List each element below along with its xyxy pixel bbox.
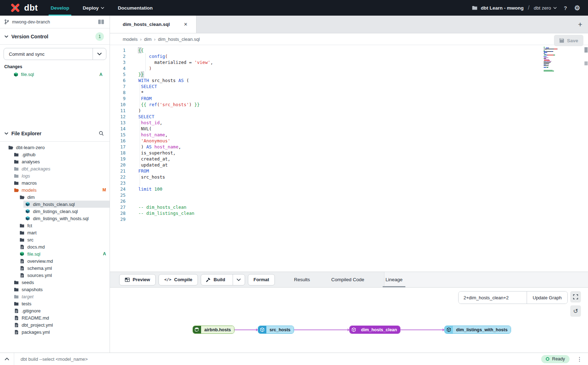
environment-selector[interactable]: dbt zero [534,5,557,11]
new-tab-button[interactable]: + [572,20,588,29]
tree-item-overview-md[interactable]: overview.md [0,257,110,265]
code-line-11: 11) [110,108,542,114]
format-button[interactable]: Format [248,274,275,285]
tree-item-target[interactable]: target [0,293,110,300]
version-control-header[interactable]: Version Control 1 [0,28,110,45]
gear-icon[interactable]: ⚙ [574,4,580,12]
tree-item-file-sql[interactable]: file.sqlA [0,250,110,257]
tree-item-label: snapshots [22,287,43,292]
tab-compiled-code[interactable]: Compiled Code [328,272,367,287]
tab-lineage[interactable]: Lineage [383,272,405,287]
file-icon [13,323,19,327]
code-line-16: 16 'Anonymous' [110,138,542,144]
lineage-node-airbnb-hosts[interactable]: airbnb.hosts [193,326,234,334]
lineage-node-dim-hosts-clean[interactable]: dim_hosts_clean [349,326,400,334]
tree-item-dim-listings-with-hosts-sql[interactable]: dim_listings_with_hosts.sql [0,215,110,222]
changed-file-row[interactable]: file.sql A [4,71,106,78]
tree-item-macros[interactable]: macros [0,179,110,186]
project-name[interactable]: dbt Learn - mwong [481,5,524,11]
tree-item-docs-md[interactable]: docs.md [0,243,110,250]
tree-item-fct[interactable]: fct [0,222,110,229]
code-editor[interactable]: 1{{2 config(3 materialized = 'view',4 )5… [110,45,588,272]
editor-tabbar: dim_hosts_clean.sql ✕ + [110,16,588,33]
build-button[interactable]: Build [201,274,230,285]
tree-item-label: dbt_packages [22,166,50,171]
tab-dim-hosts-clean[interactable]: dim_hosts_clean.sql ✕ [110,16,196,33]
logo-text: dbt [24,3,38,13]
code-line-21: 21FROM [110,168,542,174]
breadcrumb: models › dim › dim_hosts_clean.sql [110,33,588,45]
update-graph-button[interactable]: Update Graph [527,292,567,304]
folder-icon [13,280,19,284]
tree-item-tests[interactable]: tests [0,300,110,307]
lineage-filter-input[interactable] [459,292,527,304]
expand-command-bar-button[interactable] [0,353,14,365]
tree-item-label: logs [22,173,30,179]
code-line-17: 17 ) AS host_name, [110,144,542,150]
compile-button[interactable]: </> Compile [159,274,198,285]
minimap[interactable] [544,47,564,72]
close-icon[interactable]: ✕ [184,22,188,27]
tree-item-seeds[interactable]: seeds [0,279,110,286]
tree-item-dim-hosts-clean-sql[interactable]: dim_hosts_clean.sql [0,201,110,208]
breadcrumb-models[interactable]: models [123,37,138,42]
folder-icon [13,167,19,171]
tree-item-readme-md[interactable]: README.md [0,314,110,321]
tree-item-sources-yml[interactable]: sources.yml [0,272,110,279]
tree-item-logs[interactable]: logs [0,172,110,179]
command-bar: dbt build --select <model_name> Ready ⋮ [0,353,588,365]
tree-item-dbt-learn-zero[interactable]: dbt-learn-zero [0,144,110,151]
breadcrumb-dim[interactable]: dim [144,37,151,42]
lineage-node-label: dim_listings_with_hosts [453,326,511,333]
nav-deploy[interactable]: Deploy [83,0,104,16]
version-control-body: Commit and sync Changes file.sql A [0,45,110,78]
tree-item-packages-yml[interactable]: packages.yml [0,328,110,336]
build-split-button[interactable]: Build [201,274,245,285]
dbt-logo[interactable]: dbt [0,2,46,14]
lineage-node-src-hosts[interactable]: src_hosts [258,326,294,334]
build-options-toggle[interactable] [233,274,245,285]
cube-white-icon [258,326,266,333]
main-panel: dim_hosts_clean.sql ✕ + models › dim › d… [110,16,588,353]
kebab-menu-icon[interactable]: ⋮ [577,356,582,363]
tree-item-label: dbt-learn-zero [16,145,45,150]
git-status-badge: M [102,187,106,192]
docs-book-icon[interactable] [98,20,104,24]
command-input[interactable]: dbt build --select <model_name> [21,356,541,362]
tree-item-schema-yml[interactable]: schema.yml [0,265,110,272]
tree-item--gitignore[interactable]: .gitignore [0,307,110,314]
folder-icon [472,6,477,10]
file-icon [19,266,25,271]
tree-item--github[interactable]: .github [0,151,110,158]
lineage-node-dim-listings-with-hosts[interactable]: dim_listings_with_hosts [444,326,511,334]
code-line-5: 5}} [110,71,542,77]
nav-develop[interactable]: Develop [51,0,70,16]
tree-item-src[interactable]: src [0,236,110,243]
reset-view-button[interactable]: ↺ [570,305,581,317]
preview-button[interactable]: Preview [119,274,156,285]
save-button[interactable]: Save [554,35,583,46]
tree-item-mart[interactable]: mart [0,229,110,236]
tree-item-dbt-project-yml[interactable]: dbt_project.yml [0,321,110,328]
help-icon[interactable]: ? [564,5,567,11]
editor-scrollbar[interactable] [584,45,588,272]
file-explorer-header[interactable]: File Explorer [0,125,110,142]
fullscreen-button[interactable] [570,291,581,303]
tab-results[interactable]: Results [291,272,313,287]
commit-options-toggle[interactable] [93,48,106,60]
branch-row[interactable]: mwong-dev-branch [0,16,110,28]
tree-item-analyses[interactable]: analyses [0,158,110,165]
branch-name: mwong-dev-branch [12,20,95,24]
breadcrumb-file[interactable]: dim_hosts_clean.sql [158,37,200,42]
tree-item-dim-listings-clean-sql[interactable]: dim_listings_clean.sql [0,208,110,215]
tree-item-snapshots[interactable]: snapshots [0,286,110,293]
tree-item-label: schema.yml [27,266,52,271]
chevron-down-icon [4,132,9,135]
nav-documentation[interactable]: Documentation [118,0,152,16]
tree-item-dim[interactable]: dim [0,194,110,201]
tree-item-label: dim [27,195,35,200]
search-icon[interactable] [99,131,104,136]
commit-and-sync-button[interactable]: Commit and sync [4,48,106,60]
tree-item-models[interactable]: modelsM [0,186,110,194]
tree-item-dbt-packages[interactable]: dbt_packages [0,165,110,172]
